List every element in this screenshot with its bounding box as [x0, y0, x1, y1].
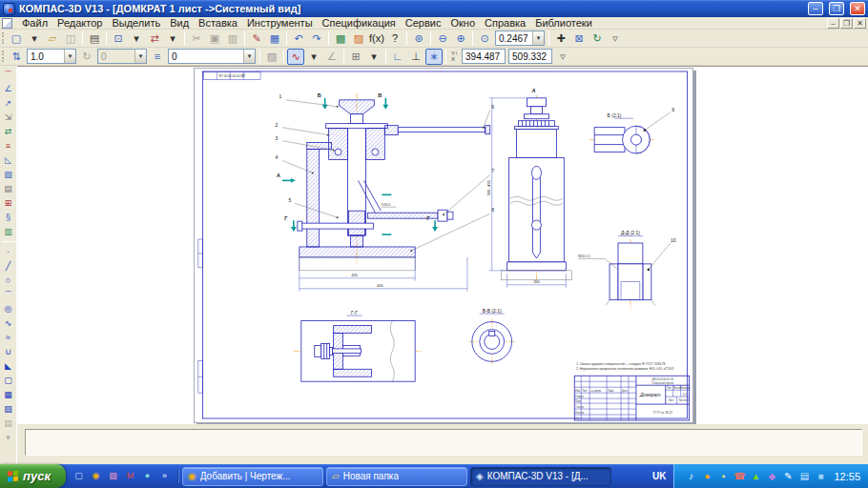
convert-dropdown[interactable]: ▾: [164, 30, 181, 47]
print-button[interactable]: ▤: [86, 30, 103, 47]
task-kompas[interactable]: ◈КОМПАС-3D V13 - [Д...: [470, 467, 611, 486]
menu-editor[interactable]: Редактор: [52, 17, 107, 30]
taskbar-clock[interactable]: 12:55: [830, 471, 860, 482]
refresh-button[interactable]: ↻: [589, 30, 606, 47]
front-section-view[interactable]: 420 445 Tr24×5 Б В Г Г А: [276, 92, 495, 292]
tray-volume[interactable]: ♪: [684, 470, 697, 483]
drawing-canvas[interactable]: ДМ 00.00.00.00 СБ: [195, 69, 692, 422]
mdi-minimize-button[interactable]: –: [827, 18, 839, 29]
mdi-close-button[interactable]: ✕: [854, 18, 866, 29]
ql-show-desktop[interactable]: ▢: [72, 469, 86, 483]
copy-style-button[interactable]: ∠: [323, 49, 341, 65]
dropdown-arrow-icon[interactable]: ▾: [243, 50, 255, 63]
panel-inserts[interactable]: ⊞: [1, 196, 16, 210]
panel-views[interactable]: ▤: [1, 182, 16, 195]
local-cs-button[interactable]: ∟: [389, 49, 406, 65]
coord-x-input[interactable]: 394.487: [462, 49, 506, 64]
context-help-button[interactable]: ?: [386, 30, 403, 47]
line-style-button[interactable]: ∿: [287, 49, 304, 65]
tool-chamfer[interactable]: ◣: [1, 359, 16, 373]
fx-button[interactable]: f(x): [368, 30, 385, 47]
menu-tools[interactable]: Инструменты: [242, 17, 318, 30]
copy-button[interactable]: ▣: [206, 30, 223, 47]
tool-polyline[interactable]: ∿: [1, 316, 16, 330]
convert-button[interactable]: ⇄: [146, 30, 163, 47]
ql-opera[interactable]: ●: [140, 469, 155, 483]
ortho-button[interactable]: ⊥: [407, 49, 424, 65]
open-button[interactable]: ▱: [44, 30, 61, 47]
section-dd-view[interactable]: Д-Д (2:1) М24×1,5 10: [578, 231, 675, 310]
tool-bezier[interactable]: ≈: [1, 331, 16, 344]
panel-dimensions[interactable]: ∠: [1, 82, 16, 95]
panel-designations[interactable]: ↗: [1, 96, 16, 110]
rotate-button[interactable]: ↻: [78, 49, 95, 65]
tray-doc[interactable]: ▤: [797, 470, 811, 483]
dropdown-arrow-icon[interactable]: ▾: [134, 50, 146, 63]
snaps-button[interactable]: ∗: [425, 49, 443, 65]
zoom-area-button[interactable]: ⊛: [410, 30, 427, 47]
cut-button[interactable]: ✂: [188, 30, 205, 47]
section-gg-view[interactable]: Г-Г: [294, 311, 423, 382]
language-indicator[interactable]: UK: [645, 471, 673, 481]
detail-b-view[interactable]: Б (2:1) 9: [589, 108, 674, 153]
start-button[interactable]: пуск: [0, 464, 66, 488]
tool-rectangle[interactable]: ▢: [1, 374, 16, 387]
layer-settings-button[interactable]: ▨: [263, 49, 280, 65]
tray-phone[interactable]: ☎: [733, 470, 746, 483]
menu-service[interactable]: Сервис: [401, 17, 446, 30]
tool-collect-contour[interactable]: ▦: [1, 388, 16, 401]
menu-specification[interactable]: Спецификация: [318, 17, 401, 30]
menu-help[interactable]: Справка: [480, 17, 530, 30]
tray-app-yellow[interactable]: ▪: [716, 470, 730, 483]
preview-dropdown[interactable]: ▾: [128, 30, 145, 47]
tool-segment[interactable]: ╱: [1, 259, 16, 273]
ql-chrome[interactable]: ◉: [89, 469, 103, 483]
undo-button[interactable]: ↶: [290, 30, 307, 47]
property-table-button[interactable]: ▦: [266, 30, 283, 47]
zoom-out-button[interactable]: ⊖: [434, 30, 451, 47]
restore-button[interactable]: ❐: [829, 2, 844, 15]
variables-button[interactable]: ▩: [332, 30, 349, 47]
panel-geometry[interactable]: ⌒: [1, 68, 16, 81]
redo-button[interactable]: ↷: [308, 30, 325, 47]
task-browser-dobavit[interactable]: ◉Добавить | Чертеж...: [182, 467, 323, 486]
panel-designations-psp[interactable]: ⇲: [1, 111, 16, 124]
tray-app-violet[interactable]: ◆: [765, 470, 778, 483]
tray-agent[interactable]: ●: [700, 470, 713, 483]
drawing-workspace[interactable]: ДМ 00.00.00.00 СБ: [17, 66, 868, 424]
grid-button[interactable]: ⊞: [347, 49, 364, 65]
tool-fillet[interactable]: ∪: [1, 345, 16, 358]
panel-measure[interactable]: ◺: [1, 153, 16, 167]
zoom-scale-combo[interactable]: 0.2467▾: [495, 30, 545, 46]
pan-button[interactable]: ✚: [552, 30, 569, 47]
tool-hatch[interactable]: ▨: [1, 402, 16, 416]
tool-circle[interactable]: ○: [1, 274, 16, 287]
current-layer-combo[interactable]: 0▾: [168, 49, 256, 64]
layers-button[interactable]: ≡: [149, 49, 166, 65]
ql-overflow[interactable]: »: [157, 469, 172, 483]
ql-mail[interactable]: M: [123, 469, 137, 483]
preview-button[interactable]: ⊡: [110, 30, 127, 47]
menu-window[interactable]: Окно: [445, 17, 480, 30]
current-angle-combo[interactable]: 0▾: [97, 49, 147, 64]
tool-ellipse[interactable]: ◎: [1, 302, 16, 315]
copy-properties-button[interactable]: ✎: [248, 30, 265, 47]
current-scale-combo[interactable]: 1.0▾: [27, 49, 76, 64]
new-document-dropdown[interactable]: ▾: [26, 30, 43, 47]
ql-pink-app[interactable]: ▨: [106, 469, 120, 483]
section-vv-view[interactable]: В-В (2:1): [469, 309, 515, 365]
tool-extra-2[interactable]: ▾: [1, 431, 16, 444]
tray-note[interactable]: ▲: [749, 470, 762, 483]
mdi-restore-button[interactable]: ❐: [840, 18, 853, 29]
menu-libraries[interactable]: Библиотеки: [530, 17, 597, 30]
spreadsheet-button[interactable]: ▨: [350, 30, 367, 47]
minimize-button[interactable]: –: [808, 2, 823, 15]
panel-specification[interactable]: §: [1, 211, 16, 224]
menu-select[interactable]: Выделить: [107, 17, 165, 30]
paste-button[interactable]: ▥: [224, 30, 241, 47]
panel-parametrization[interactable]: ≡: [1, 139, 16, 152]
menu-file[interactable]: Файл: [17, 17, 52, 30]
tool-point[interactable]: ·: [1, 245, 16, 258]
line-style-dropdown[interactable]: ▾: [305, 49, 322, 65]
dropdown-arrow-icon[interactable]: ▾: [64, 50, 75, 63]
